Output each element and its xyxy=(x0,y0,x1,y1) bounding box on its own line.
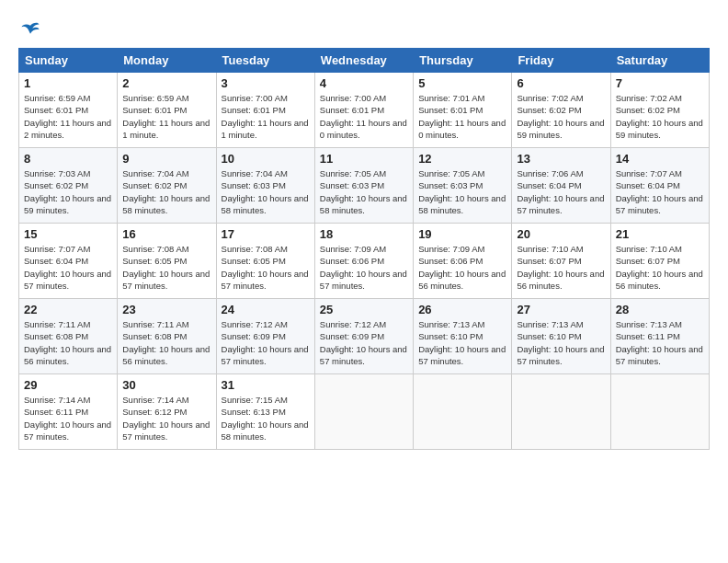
day-info: Sunrise: 7:00 AMSunset: 6:01 PMDaylight:… xyxy=(222,92,310,141)
day-number: 6 xyxy=(517,76,605,90)
day-info: Sunrise: 7:12 AMSunset: 6:09 PMDaylight:… xyxy=(320,318,408,367)
day-number: 21 xyxy=(616,227,704,241)
calendar-cell: 30Sunrise: 7:14 AMSunset: 6:12 PMDayligh… xyxy=(118,374,216,450)
day-info: Sunrise: 7:09 AMSunset: 6:06 PMDaylight:… xyxy=(320,243,408,292)
day-number: 23 xyxy=(122,303,210,316)
day-info: Sunrise: 7:01 AMSunset: 6:01 PMDaylight:… xyxy=(418,92,506,141)
calendar-cell: 8Sunrise: 7:03 AMSunset: 6:02 PMDaylight… xyxy=(19,148,118,224)
day-number: 10 xyxy=(222,152,310,166)
logo-bird-icon xyxy=(20,20,40,40)
calendar-week-row: 29Sunrise: 7:14 AMSunset: 6:11 PMDayligh… xyxy=(19,374,710,450)
calendar-week-row: 15Sunrise: 7:07 AMSunset: 6:04 PMDayligh… xyxy=(19,224,710,299)
day-number: 4 xyxy=(320,76,408,90)
day-info: Sunrise: 7:05 AMSunset: 6:03 PMDaylight:… xyxy=(320,167,408,216)
calendar-cell: 13Sunrise: 7:06 AMSunset: 6:04 PMDayligh… xyxy=(512,148,610,224)
day-info: Sunrise: 7:14 AMSunset: 6:11 PMDaylight:… xyxy=(24,394,112,442)
day-info: Sunrise: 7:07 AMSunset: 6:04 PMDaylight:… xyxy=(24,243,112,292)
page: SundayMondayTuesdayWednesdayThursdayFrid… xyxy=(0,0,728,459)
day-number: 14 xyxy=(616,152,704,166)
calendar-cell: 24Sunrise: 7:12 AMSunset: 6:09 PMDayligh… xyxy=(216,299,314,374)
calendar-cell: 29Sunrise: 7:14 AMSunset: 6:11 PMDayligh… xyxy=(19,374,118,450)
day-info: Sunrise: 7:10 AMSunset: 6:07 PMDaylight:… xyxy=(616,243,704,292)
day-info: Sunrise: 7:13 AMSunset: 6:10 PMDaylight:… xyxy=(418,318,506,367)
day-info: Sunrise: 6:59 AMSunset: 6:01 PMDaylight:… xyxy=(122,92,210,141)
calendar-cell: 6Sunrise: 7:02 AMSunset: 6:02 PMDaylight… xyxy=(512,73,610,148)
day-number: 22 xyxy=(24,303,112,316)
day-info: Sunrise: 7:07 AMSunset: 6:04 PMDaylight:… xyxy=(616,167,704,216)
calendar-cell: 31Sunrise: 7:15 AMSunset: 6:13 PMDayligh… xyxy=(216,374,314,450)
day-number: 9 xyxy=(122,152,210,166)
day-info: Sunrise: 7:11 AMSunset: 6:08 PMDaylight:… xyxy=(122,318,210,367)
day-info: Sunrise: 7:13 AMSunset: 6:10 PMDaylight:… xyxy=(517,318,605,367)
calendar-cell xyxy=(314,374,413,450)
calendar-cell: 16Sunrise: 7:08 AMSunset: 6:05 PMDayligh… xyxy=(118,224,216,299)
calendar-cell: 2Sunrise: 6:59 AMSunset: 6:01 PMDaylight… xyxy=(118,73,216,148)
calendar-cell: 14Sunrise: 7:07 AMSunset: 6:04 PMDayligh… xyxy=(610,148,709,224)
weekday-header-saturday: Saturday xyxy=(610,49,709,73)
day-info: Sunrise: 7:08 AMSunset: 6:05 PMDaylight:… xyxy=(122,243,210,292)
day-number: 31 xyxy=(222,378,310,392)
calendar-cell: 3Sunrise: 7:00 AMSunset: 6:01 PMDaylight… xyxy=(216,73,314,148)
day-info: Sunrise: 7:08 AMSunset: 6:05 PMDaylight:… xyxy=(222,243,310,292)
day-info: Sunrise: 7:00 AMSunset: 6:01 PMDaylight:… xyxy=(320,92,408,141)
calendar-cell: 21Sunrise: 7:10 AMSunset: 6:07 PMDayligh… xyxy=(610,224,709,299)
calendar-cell xyxy=(610,374,709,450)
calendar-cell: 15Sunrise: 7:07 AMSunset: 6:04 PMDayligh… xyxy=(19,224,118,299)
day-number: 2 xyxy=(122,76,210,90)
day-info: Sunrise: 6:59 AMSunset: 6:01 PMDaylight:… xyxy=(24,92,112,141)
calendar-cell: 9Sunrise: 7:04 AMSunset: 6:02 PMDaylight… xyxy=(118,148,216,224)
calendar-cell: 27Sunrise: 7:13 AMSunset: 6:10 PMDayligh… xyxy=(512,299,610,374)
day-info: Sunrise: 7:15 AMSunset: 6:13 PMDaylight:… xyxy=(222,394,310,442)
day-info: Sunrise: 7:09 AMSunset: 6:06 PMDaylight:… xyxy=(418,243,506,292)
day-number: 18 xyxy=(320,227,408,241)
day-number: 5 xyxy=(418,76,506,90)
day-number: 11 xyxy=(320,152,408,166)
day-number: 27 xyxy=(517,303,605,316)
calendar-cell: 1Sunrise: 6:59 AMSunset: 6:01 PMDaylight… xyxy=(19,73,118,148)
day-info: Sunrise: 7:02 AMSunset: 6:02 PMDaylight:… xyxy=(616,92,704,141)
day-info: Sunrise: 7:11 AMSunset: 6:08 PMDaylight:… xyxy=(24,318,112,367)
header xyxy=(18,17,710,40)
day-number: 12 xyxy=(418,152,506,166)
calendar-cell: 4Sunrise: 7:00 AMSunset: 6:01 PMDaylight… xyxy=(314,73,413,148)
day-number: 19 xyxy=(418,227,506,241)
calendar-cell: 12Sunrise: 7:05 AMSunset: 6:03 PMDayligh… xyxy=(414,148,512,224)
day-info: Sunrise: 7:04 AMSunset: 6:02 PMDaylight:… xyxy=(122,167,210,216)
day-info: Sunrise: 7:04 AMSunset: 6:03 PMDaylight:… xyxy=(222,167,310,216)
day-number: 24 xyxy=(222,303,310,316)
calendar-week-row: 22Sunrise: 7:11 AMSunset: 6:08 PMDayligh… xyxy=(19,299,710,374)
day-number: 20 xyxy=(517,227,605,241)
calendar-week-row: 8Sunrise: 7:03 AMSunset: 6:02 PMDaylight… xyxy=(19,148,710,224)
day-number: 7 xyxy=(616,76,704,90)
calendar-cell xyxy=(512,374,610,450)
day-info: Sunrise: 7:10 AMSunset: 6:07 PMDaylight:… xyxy=(517,243,605,292)
day-info: Sunrise: 7:12 AMSunset: 6:09 PMDaylight:… xyxy=(222,318,310,367)
day-info: Sunrise: 7:14 AMSunset: 6:12 PMDaylight:… xyxy=(122,394,210,442)
logo xyxy=(18,20,40,40)
day-number: 8 xyxy=(24,152,112,166)
weekday-header-sunday: Sunday xyxy=(19,49,118,73)
day-number: 28 xyxy=(616,303,704,316)
weekday-header-friday: Friday xyxy=(512,49,610,73)
day-info: Sunrise: 7:13 AMSunset: 6:11 PMDaylight:… xyxy=(616,318,704,367)
calendar-cell: 10Sunrise: 7:04 AMSunset: 6:03 PMDayligh… xyxy=(216,148,314,224)
calendar-cell: 19Sunrise: 7:09 AMSunset: 6:06 PMDayligh… xyxy=(414,224,512,299)
day-number: 15 xyxy=(24,227,112,241)
calendar-cell: 5Sunrise: 7:01 AMSunset: 6:01 PMDaylight… xyxy=(414,73,512,148)
day-info: Sunrise: 7:02 AMSunset: 6:02 PMDaylight:… xyxy=(517,92,605,141)
day-number: 30 xyxy=(122,378,210,392)
calendar-cell xyxy=(414,374,512,450)
weekday-header-thursday: Thursday xyxy=(414,49,512,73)
calendar-cell: 11Sunrise: 7:05 AMSunset: 6:03 PMDayligh… xyxy=(314,148,413,224)
calendar-cell: 26Sunrise: 7:13 AMSunset: 6:10 PMDayligh… xyxy=(414,299,512,374)
day-number: 26 xyxy=(418,303,506,316)
weekday-header-wednesday: Wednesday xyxy=(314,49,413,73)
day-number: 25 xyxy=(320,303,408,316)
calendar-cell: 17Sunrise: 7:08 AMSunset: 6:05 PMDayligh… xyxy=(216,224,314,299)
day-number: 13 xyxy=(517,152,605,166)
day-info: Sunrise: 7:05 AMSunset: 6:03 PMDaylight:… xyxy=(418,167,506,216)
day-number: 1 xyxy=(24,76,112,90)
weekday-header-tuesday: Tuesday xyxy=(216,49,314,73)
day-number: 16 xyxy=(122,227,210,241)
day-number: 3 xyxy=(222,76,310,90)
